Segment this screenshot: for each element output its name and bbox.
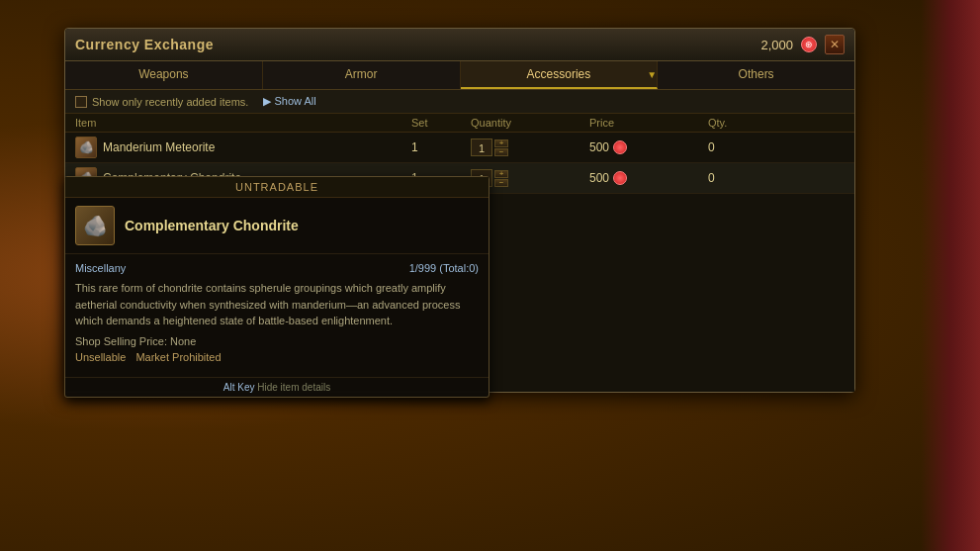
tooltip-item-icon: 🪨 xyxy=(75,206,115,245)
title-right: 2,000 ⊛ ✕ xyxy=(760,35,845,54)
qty-increase-0[interactable]: + xyxy=(494,139,508,147)
col-quantity: Quantity xyxy=(471,117,589,129)
recently-added-label: Show only recently added items. xyxy=(92,96,248,108)
tooltip-untradable-label: UNTRADABLE xyxy=(65,177,489,198)
tooltip-category-row: Miscellany 1/999 (Total:0) xyxy=(75,262,479,274)
tooltip-header: 🪨 Complementary Chondrite xyxy=(65,198,489,254)
qty-owned-1: 0 xyxy=(708,171,787,185)
qty-decrease-0[interactable]: − xyxy=(494,148,508,156)
window-title: Currency Exchange xyxy=(75,37,214,52)
tooltip-sell-price: Shop Selling Price: None xyxy=(75,335,479,347)
price-cell-0: 500 xyxy=(589,140,708,154)
item-icon-meteorite: 🪨 xyxy=(75,137,97,158)
tooltip-description: This rare form of chondrite contains sph… xyxy=(75,280,479,329)
show-all-link[interactable]: ▶ Show All xyxy=(263,95,315,108)
tab-accessories[interactable]: Accessories ▼ xyxy=(461,61,659,89)
price-value-1: 500 xyxy=(589,171,609,185)
title-bar: Currency Exchange 2,000 ⊛ ✕ xyxy=(65,29,854,61)
tooltip-stack: 1/999 (Total:0) xyxy=(409,262,479,274)
tab-weapons[interactable]: Weapons xyxy=(65,61,263,89)
qty-increase-1[interactable]: + xyxy=(494,170,508,178)
tooltip-tag-market: Market Prohibited xyxy=(135,351,221,363)
qty-btns-1: + − xyxy=(494,170,508,187)
tooltip-hint-action: Hide item details xyxy=(257,382,330,393)
col-item: Item xyxy=(75,117,411,129)
table-header: Item Set Quantity Price Qty. xyxy=(65,114,854,133)
tooltip-tags: Unsellable Market Prohibited xyxy=(75,351,479,363)
tab-others[interactable]: Others xyxy=(658,61,854,89)
col-qty: Qty. xyxy=(708,117,787,129)
tooltip-hint: Alt Key Hide item details xyxy=(65,377,489,397)
close-button[interactable]: ✕ xyxy=(825,35,845,54)
filter-bar: Show only recently added items. ▶ Show A… xyxy=(65,90,854,114)
currency-amount: 2,000 xyxy=(760,38,793,52)
qty-value-0: 1 xyxy=(471,138,492,156)
bg-curtain xyxy=(921,0,980,551)
price-icon-0 xyxy=(613,140,627,154)
qty-decrease-1[interactable]: − xyxy=(494,179,508,187)
tab-active-arrow: ▼ xyxy=(647,69,657,80)
set-value-0: 1 xyxy=(411,140,471,154)
price-cell-1: 500 xyxy=(589,171,708,185)
tooltip-item-name: Complementary Chondrite xyxy=(125,218,299,233)
qty-owned-0: 0 xyxy=(708,140,787,154)
qty-btns-0: + − xyxy=(494,139,508,156)
price-icon-1 xyxy=(613,171,627,185)
tooltip-tag-unsellable: Unsellable xyxy=(75,351,126,363)
qty-control-0: 1 + − xyxy=(471,138,589,156)
tooltip-hint-key: Alt Key xyxy=(223,382,255,393)
tooltip-category: Miscellany xyxy=(75,262,126,274)
tooltip-body: Miscellany 1/999 (Total:0) This rare for… xyxy=(65,254,489,377)
col-set: Set xyxy=(411,117,471,129)
tab-bar: Weapons Armor Accessories ▼ Others xyxy=(65,61,854,90)
checkbox-recently-added[interactable] xyxy=(75,96,87,108)
table-row[interactable]: 🪨 Manderium Meteorite 1 1 + − 500 0 xyxy=(65,133,854,163)
currency-icon: ⊛ xyxy=(801,37,817,52)
tab-armor[interactable]: Armor xyxy=(263,61,461,89)
item-name-meteorite: Manderium Meteorite xyxy=(103,140,215,154)
price-value-0: 500 xyxy=(589,140,609,154)
item-cell-meteorite: 🪨 Manderium Meteorite xyxy=(75,137,411,158)
item-tooltip: UNTRADABLE 🪨 Complementary Chondrite Mis… xyxy=(64,176,490,398)
recently-added-filter[interactable]: Show only recently added items. xyxy=(75,96,248,108)
col-price: Price xyxy=(589,117,708,129)
